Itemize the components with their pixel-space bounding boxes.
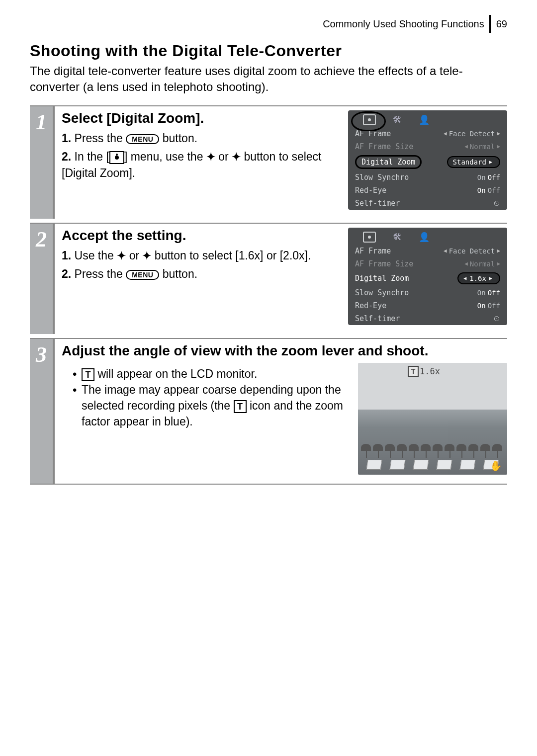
menu-button-icon: MENU bbox=[126, 270, 159, 280]
substep: 2. Press the MENU button. bbox=[62, 266, 340, 282]
timer-icon: ⏲ bbox=[493, 199, 500, 207]
step-number: 1 bbox=[30, 106, 55, 219]
bullet: T will appear on the LCD monitor. bbox=[73, 366, 345, 382]
step-3: 3 Adjust the angle of view with the zoom… bbox=[30, 338, 507, 485]
t-icon: T bbox=[408, 366, 419, 377]
page-title: Shooting with the Digital Tele-Converter bbox=[30, 42, 507, 60]
preview-photo: T 1.6x ✋ bbox=[358, 363, 507, 475]
zoom-factor: 1.6x bbox=[420, 366, 440, 376]
camera-tab-icon bbox=[363, 232, 376, 243]
step-2: 2 Accept the setting. 1. Use the ✦ or ✦ … bbox=[30, 223, 507, 334]
step-title: Adjust the angle of view with the zoom l… bbox=[62, 343, 507, 359]
right-arrow-icon: ✦ bbox=[142, 250, 151, 262]
lcd-screenshot-2: 🛠 👤 AF Frame◀Face Detect▶ AF Frame Size◀… bbox=[348, 228, 507, 325]
timer-icon: ⏲ bbox=[493, 315, 500, 323]
tools-tab-icon: 🛠 bbox=[393, 232, 402, 242]
substep: 2. In the [] menu, use the ✦ or ✦ button… bbox=[62, 149, 340, 182]
hand-icon: ✋ bbox=[490, 460, 502, 472]
step-1: 1 Select [Digital Zoom]. 1. Press the ME… bbox=[30, 105, 507, 219]
step-number: 3 bbox=[30, 339, 55, 484]
step-title: Accept the setting. bbox=[62, 228, 340, 244]
t-icon: T bbox=[234, 400, 247, 413]
bullet: The image may appear coarse depending up… bbox=[73, 382, 345, 430]
t-icon: T bbox=[82, 368, 94, 381]
camera-tab-icon bbox=[363, 114, 376, 125]
lcd-screenshot-1: 🛠 👤 AF Frame◀Face Detect▶ AF Frame Size◀… bbox=[348, 110, 507, 210]
person-tab-icon: 👤 bbox=[419, 114, 430, 125]
down-arrow-icon: ✦ bbox=[232, 151, 241, 163]
menu-button-icon: MENU bbox=[126, 134, 159, 144]
person-tab-icon: 👤 bbox=[419, 232, 430, 242]
substep: 1. Press the MENU button. bbox=[62, 130, 340, 147]
tools-tab-icon: 🛠 bbox=[393, 114, 402, 125]
up-arrow-icon: ✦ bbox=[206, 151, 215, 163]
page-number: 69 bbox=[496, 18, 507, 30]
substep: 1. Use the ✦ or ✦ button to select [1.6x… bbox=[62, 248, 340, 264]
highlight-value: ◀1.6x▶ bbox=[457, 272, 500, 284]
section-name: Commonly Used Shooting Functions bbox=[323, 18, 484, 30]
zoom-badge: T 1.6x bbox=[408, 366, 440, 377]
step-title: Select [Digital Zoom]. bbox=[62, 110, 340, 126]
intro-text: The digital tele-converter feature uses … bbox=[30, 63, 507, 95]
camera-menu-icon bbox=[109, 151, 124, 164]
header-divider bbox=[489, 15, 491, 33]
step-number: 2 bbox=[30, 224, 55, 334]
left-arrow-icon: ✦ bbox=[117, 250, 126, 262]
page-header: Commonly Used Shooting Functions 69 bbox=[30, 15, 507, 33]
